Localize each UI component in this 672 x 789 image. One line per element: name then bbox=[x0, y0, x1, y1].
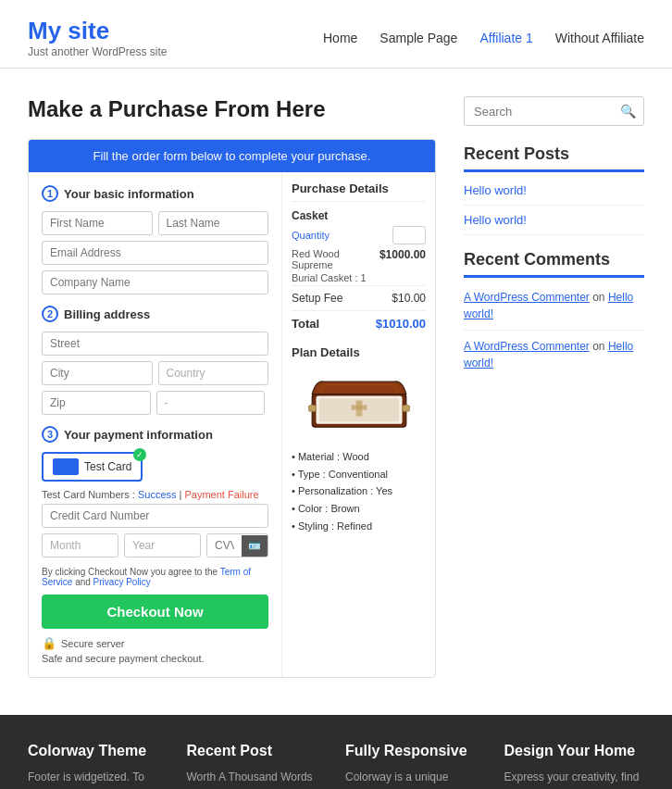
test-card-numbers: Test Card Numbers : Success | Payment Fa… bbox=[42, 489, 268, 500]
section2-heading: 2 Billing address bbox=[42, 306, 268, 322]
secure-row: 🔒 Secure server bbox=[42, 636, 268, 650]
search-icon[interactable]: 🔍 bbox=[613, 97, 643, 125]
footer-widget-2: Recent Post Worth A Thousand Words Categ… bbox=[187, 743, 328, 789]
zip-input[interactable] bbox=[42, 391, 151, 415]
site-header: My site Just another WordPress site Home… bbox=[0, 0, 672, 69]
commenter-1[interactable]: A WordPress Commenter bbox=[464, 291, 590, 304]
feature-personalization: Personalization : Yes bbox=[292, 482, 426, 500]
commenter-2[interactable]: A WordPress Commenter bbox=[464, 340, 590, 353]
failure-link[interactable]: Payment Failure bbox=[185, 489, 259, 500]
casket-svg bbox=[308, 372, 410, 435]
svg-rect-4 bbox=[402, 406, 409, 412]
footer-widget-3-text: Colorway is a unique responsive WordPres… bbox=[345, 769, 486, 789]
section1-heading: 1 Your basic information bbox=[42, 185, 268, 202]
setup-fee-row: Setup Fee $10.00 bbox=[292, 285, 426, 310]
first-name-input[interactable] bbox=[42, 211, 153, 235]
section2-num: 2 bbox=[42, 306, 58, 322]
footer-widget-1-text: Footer is widgetized. To setup the foote… bbox=[28, 769, 168, 789]
company-input[interactable] bbox=[42, 270, 268, 294]
item-desc2: Burial Casket : 1 bbox=[292, 272, 380, 283]
month-select[interactable]: Month bbox=[42, 533, 118, 557]
order-card-body: 1 Your basic information bbox=[29, 172, 435, 677]
test-card-label: Test Card bbox=[84, 460, 131, 473]
plan-features: Material : Wood Type : Conventional Pers… bbox=[292, 448, 426, 534]
secure-label: Secure server bbox=[61, 638, 124, 649]
billing-section: 2 Billing address Country bbox=[42, 306, 268, 415]
search-box: 🔍 bbox=[464, 96, 644, 126]
company-row bbox=[42, 270, 268, 294]
comment-2: A WordPress Commenter on Hello world! bbox=[464, 338, 644, 379]
month-year-cvv-row: Month Year 🪪 bbox=[42, 533, 268, 557]
cvv-card-icon: 🪪 bbox=[242, 535, 268, 557]
check-badge: ✓ bbox=[133, 448, 146, 461]
street-input[interactable] bbox=[42, 332, 268, 356]
payment-section: 3 Your payment information Test Card ✓ T… bbox=[42, 426, 268, 557]
footer-widget-1-title: Colorway Theme bbox=[28, 743, 168, 759]
zip-extra-select[interactable]: - bbox=[156, 391, 266, 415]
cc-input[interactable] bbox=[42, 504, 268, 528]
sidebar: 🔍 Recent Posts Hello world! Hello world!… bbox=[464, 96, 644, 678]
terms-text: By clicking Checkout Now you agree to th… bbox=[42, 567, 268, 587]
site-title[interactable]: My site bbox=[28, 17, 109, 44]
city-input[interactable] bbox=[42, 361, 153, 385]
recent-comments-title: Recent Comments bbox=[464, 250, 644, 278]
footer-widgets: Colorway Theme Footer is widgetized. To … bbox=[28, 743, 644, 789]
total-row: Total $1010.00 bbox=[292, 310, 426, 336]
year-select[interactable]: Year bbox=[124, 533, 201, 557]
zip-row: - bbox=[42, 391, 268, 415]
total-price: $1010.00 bbox=[376, 317, 426, 331]
footer-widget-2-title: Recent Post bbox=[187, 743, 328, 759]
email-input[interactable] bbox=[42, 241, 268, 265]
test-card-wrapper: Test Card ✓ bbox=[42, 452, 143, 482]
feature-color: Color : Brown bbox=[292, 500, 426, 518]
last-name-input[interactable] bbox=[158, 211, 269, 235]
feature-type: Type : Conventional bbox=[292, 466, 426, 483]
country-select[interactable]: Country bbox=[158, 361, 269, 385]
success-link[interactable]: Success bbox=[138, 489, 177, 500]
footer-widget-2-text: Worth A Thousand Words Category Hierarch… bbox=[187, 769, 328, 789]
nav-affiliate-1[interactable]: Affiliate 1 bbox=[479, 31, 532, 45]
recent-post-2[interactable]: Hello world! bbox=[464, 213, 644, 235]
section2-label: Billing address bbox=[64, 307, 150, 321]
email-row bbox=[42, 241, 268, 265]
nav-without-affiliate[interactable]: Without Affiliate bbox=[555, 31, 644, 45]
feature-material: Material : Wood bbox=[292, 448, 426, 466]
order-card-header: Fill the order form below to complete yo… bbox=[29, 140, 435, 172]
section1-num: 1 bbox=[42, 185, 58, 202]
nav-home[interactable]: Home bbox=[323, 31, 357, 45]
section3-heading: 3 Your payment information bbox=[42, 426, 268, 443]
safe-text: Safe and secure payment checkout. bbox=[42, 653, 268, 664]
cvv-input[interactable] bbox=[207, 534, 242, 557]
section1-label: Your basic information bbox=[64, 187, 194, 201]
recent-posts-title: Recent Posts bbox=[464, 144, 644, 172]
site-branding: My site Just another WordPress site bbox=[28, 17, 168, 58]
purchase-details-title: Purchase Details bbox=[292, 182, 426, 202]
plan-details-title: Plan Details bbox=[292, 345, 426, 359]
qty-row: Quantity 1 bbox=[292, 226, 426, 244]
cvv-wrap: 🪪 bbox=[206, 533, 268, 557]
casket-label: Casket bbox=[292, 209, 426, 222]
item-price-row: Red Wood Supreme Burial Casket : 1 $1000… bbox=[292, 248, 426, 285]
main-content: Make a Purchase From Here Fill the order… bbox=[28, 96, 436, 678]
site-description: Just another WordPress site bbox=[28, 45, 168, 58]
card-icon bbox=[53, 458, 79, 475]
nav-sample-page[interactable]: Sample Page bbox=[380, 31, 457, 45]
footer-widget-4: Design Your Home Express your creativity… bbox=[504, 743, 645, 789]
order-card: Fill the order form below to complete yo… bbox=[28, 139, 436, 678]
section3-label: Your payment information bbox=[64, 428, 213, 442]
casket-image bbox=[292, 367, 426, 441]
privacy-link[interactable]: Privacy Policy bbox=[93, 577, 151, 587]
test-card-button[interactable]: Test Card ✓ bbox=[42, 452, 143, 482]
recent-post-1[interactable]: Hello world! bbox=[464, 183, 644, 206]
svg-rect-6 bbox=[351, 406, 367, 410]
checkout-button[interactable]: Checkout Now bbox=[42, 595, 268, 629]
quantity-input[interactable]: 1 bbox=[392, 226, 426, 244]
item-desc1: Red Wood Supreme bbox=[292, 248, 380, 270]
footer-widget-3-title: Fully Responsive bbox=[345, 743, 486, 759]
search-input[interactable] bbox=[465, 98, 613, 125]
setup-fee-price: $10.00 bbox=[392, 292, 426, 305]
section3-num: 3 bbox=[42, 426, 58, 443]
quantity-label: Quantity bbox=[292, 230, 330, 241]
lock-icon: 🔒 bbox=[42, 636, 56, 650]
footer-widget-4-text: Express your creativity, find inspiratio… bbox=[504, 769, 645, 789]
